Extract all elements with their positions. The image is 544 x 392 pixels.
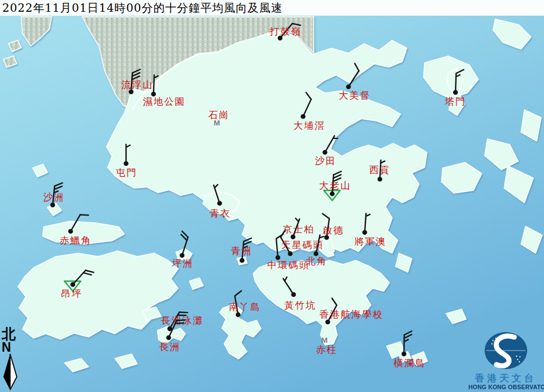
station-dot — [240, 258, 245, 263]
station-dot — [346, 85, 351, 90]
station-dot — [362, 230, 368, 235]
station-label: 沙田 — [315, 155, 336, 166]
station-dot — [291, 292, 296, 297]
station-dot — [301, 114, 306, 119]
station-label: 黃竹坑 — [285, 300, 317, 311]
station-dot — [378, 177, 383, 182]
station-label: 北角 — [306, 255, 327, 267]
map-title: 2022年11月01日14時00分的十分鐘平均風向及風速 — [0, 0, 544, 16]
station-label: 將軍澳 — [355, 236, 387, 247]
logo-title-chinese: 香港天文台 — [468, 373, 543, 384]
station-label: 赤鱲角 — [60, 235, 92, 246]
station-label: 青衣 — [210, 208, 231, 219]
station-dot — [124, 161, 129, 166]
station-dot — [166, 335, 171, 340]
station-dot — [402, 352, 407, 357]
wind-barb-feather — [175, 323, 184, 324]
station-label: 流浮山 — [122, 79, 154, 90]
missing-data-marker: M — [321, 336, 327, 344]
station-dot — [330, 192, 335, 197]
station-label: 濕地公園 — [143, 96, 185, 107]
station-label: 南丫島 — [229, 301, 261, 312]
compass-north: 北 N — [2, 327, 21, 392]
station-label: 香港航海學校 — [319, 309, 383, 320]
station-label: 西貢 — [369, 164, 390, 175]
compass-n-label: N — [2, 342, 21, 353]
station-label: 石崗 — [208, 109, 230, 120]
station-dot — [323, 150, 328, 155]
station-label: 打鼓嶺 — [269, 26, 302, 37]
wind-map-page: 流浮山濕地公園打鼓嶺大美督塔門M石崗大埔滘沙田西貢屯門沙洲赤鱲角青衣昂坪坪洲青洲… — [0, 0, 544, 392]
station-label: 塔門 — [444, 96, 466, 107]
station-dot — [71, 282, 76, 287]
north-arrow-icon — [2, 353, 18, 391]
station-dot — [453, 90, 458, 95]
hko-emblem-icon — [468, 330, 543, 371]
station-dot — [180, 253, 185, 258]
wind-barb-feather — [179, 312, 188, 313]
station-label: 大埔滘 — [294, 120, 326, 131]
station-dot — [68, 229, 73, 234]
station-dot — [217, 201, 222, 206]
station-label: 屯門 — [116, 167, 137, 178]
hko-logo: 香港天文台 HONG KONG OBSERVATORY — [468, 330, 543, 391]
station-label: 啟德 — [323, 225, 344, 236]
station-label: 坪洲 — [172, 258, 193, 269]
hong-kong-map-canvas: 流浮山濕地公園打鼓嶺大美督塔門M石崗大埔滘沙田西貢屯門沙洲赤鱲角青衣昂坪坪洲青洲… — [0, 0, 544, 392]
station-label: 長洲 — [159, 341, 180, 352]
station-label: 大美督 — [339, 90, 371, 101]
station-dot — [236, 312, 241, 318]
wind-barb-feather — [80, 215, 89, 216]
station-label: 中環碼頭 — [267, 259, 310, 270]
station-dot — [50, 203, 55, 208]
station-dot — [291, 235, 296, 240]
station-label: 橫瀾島 — [394, 357, 426, 368]
station-label: 大老山 — [319, 180, 351, 191]
station-dot — [326, 320, 331, 325]
wind-barb-feather — [176, 320, 185, 320]
station-dot — [288, 251, 293, 256]
station-label: 青洲 — [231, 245, 252, 256]
station-label: 京士柏 — [283, 223, 315, 235]
station-label: 赤柱 — [316, 344, 337, 355]
station-label: 昂坪 — [61, 288, 82, 299]
station-label: 沙洲 — [43, 192, 64, 203]
logo-title-english: HONG KONG OBSERVATORY — [468, 384, 543, 391]
